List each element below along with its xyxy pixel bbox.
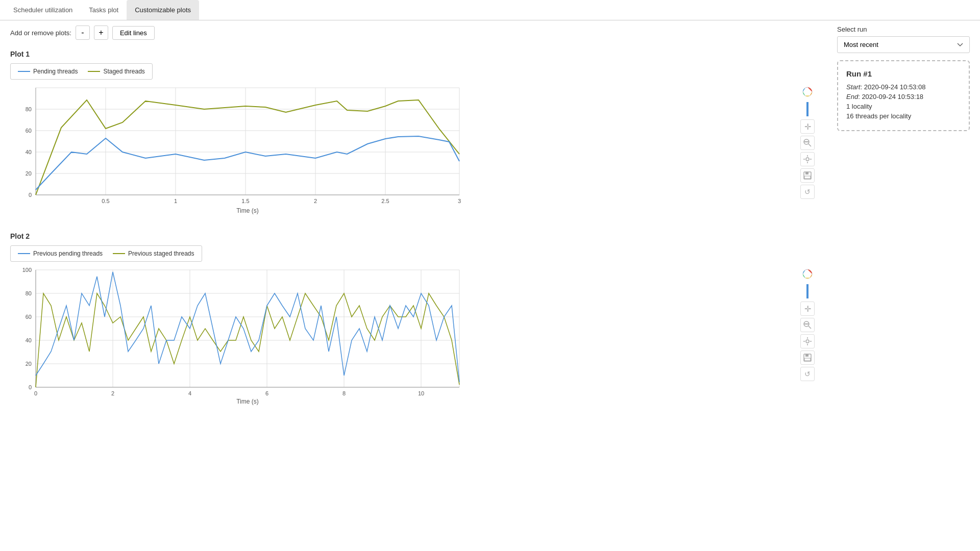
svg-rect-78 [805, 354, 808, 357]
select-run-dropdown[interactable]: Most recent [837, 36, 970, 53]
remove-plot-button[interactable]: - [76, 26, 90, 40]
svg-text:0.5: 0.5 [102, 198, 109, 204]
plot2-pending-label: Previous pending threads [33, 250, 103, 257]
svg-text:80: 80 [26, 290, 32, 296]
plot2-section: Plot 2 Previous pending threads Previous… [10, 232, 817, 409]
svg-text:2: 2 [314, 198, 317, 204]
plot1-tools-icon[interactable] [800, 152, 815, 166]
run-start-label: Start [846, 83, 860, 91]
tab-bar: Scheduler utilization Tasks plot Customi… [0, 0, 980, 20]
svg-point-27 [805, 90, 810, 94]
run-end-value: 2020-09-24 10:53:18 [862, 93, 923, 101]
plot1-save-icon[interactable] [800, 168, 815, 183]
svg-rect-38 [804, 176, 811, 179]
plot1-staged-label: Staged threads [103, 68, 144, 75]
plot2-reset-icon[interactable]: ↺ [800, 367, 815, 381]
plot1-legend: Pending threads Staged threads [10, 63, 153, 80]
plot2-pan-icon[interactable]: ✛ [800, 302, 815, 316]
plot1-title: Plot 1 [10, 50, 817, 58]
svg-text:0: 0 [29, 384, 32, 390]
svg-text:60: 60 [26, 128, 32, 134]
svg-text:20: 20 [26, 170, 32, 177]
svg-line-70 [808, 326, 811, 329]
plot1-svg: .grid-line { stroke: #ddd; stroke-width:… [10, 83, 464, 215]
run-start: Start: 2020-09-24 10:53:08 [846, 83, 961, 91]
svg-text:80: 80 [26, 106, 32, 112]
svg-text:0: 0 [34, 390, 37, 396]
plot1-legend-item-staged: Staged threads [88, 68, 144, 75]
svg-rect-71 [804, 323, 808, 324]
svg-point-72 [806, 340, 809, 343]
svg-text:100: 100 [22, 267, 32, 273]
svg-text:1.5: 1.5 [241, 198, 249, 204]
plot1-pending-line-color [18, 71, 30, 72]
plot1-reset-icon[interactable]: ↺ [800, 185, 815, 199]
plot1-pending-polyline [36, 136, 459, 190]
select-run-label: Select run [837, 26, 970, 33]
svg-point-31 [806, 158, 809, 161]
plot1-colorwheel-icon[interactable] [800, 85, 815, 99]
plot1-svg-wrapper: .grid-line { stroke: #ddd; stroke-width:… [10, 83, 798, 217]
plot1-zoom-icon[interactable] [800, 136, 815, 150]
run-locality: 1 locality [846, 103, 961, 110]
svg-rect-30 [804, 141, 808, 142]
right-panel: Select run Most recent Run #1 Start: 202… [827, 20, 980, 430]
plot2-legend-item-pending: Previous pending threads [18, 250, 103, 257]
svg-text:20: 20 [26, 361, 32, 367]
svg-text:2: 2 [111, 390, 114, 396]
svg-text:3: 3 [458, 198, 461, 204]
svg-text:40: 40 [26, 337, 32, 343]
run-start-value: 2020-09-24 10:53:08 [864, 83, 926, 91]
plot1-pan-icon[interactable]: ✛ [800, 119, 815, 134]
plot2-chart-area: .grid-line { stroke: #ddd; stroke-width:… [10, 265, 817, 409]
plot2-colorwheel-icon[interactable] [800, 267, 815, 281]
run-threads: 16 threads per locality [846, 112, 961, 120]
plot1-staged-polyline [36, 100, 459, 195]
plot2-save-icon[interactable] [800, 350, 815, 365]
svg-rect-79 [804, 358, 811, 361]
plot2-svg-wrapper: .grid-line { stroke: #ddd; stroke-width:… [10, 265, 798, 409]
svg-text:60: 60 [26, 314, 32, 320]
plot2-tools: ✛ [798, 265, 817, 409]
edit-lines-button[interactable]: Edit lines [112, 26, 155, 40]
svg-text:0: 0 [29, 192, 32, 198]
tab-scheduler-utilization[interactable]: Scheduler utilization [5, 0, 81, 20]
plot2-tools-icon[interactable] [800, 334, 815, 348]
plot2-legend-item-staged: Previous staged threads [113, 250, 194, 257]
plot1-blue-bar [806, 102, 808, 116]
run-info-box: Run #1 Start: 2020-09-24 10:53:08 End: 2… [837, 60, 970, 131]
svg-text:Time (s): Time (s) [236, 398, 259, 405]
plot2-staged-label: Previous staged threads [128, 250, 194, 257]
tab-tasks-plot[interactable]: Tasks plot [81, 0, 127, 20]
run-title: Run #1 [846, 69, 961, 78]
svg-point-68 [805, 272, 810, 276]
plot2-svg: .grid-line { stroke: #ddd; stroke-width:… [10, 265, 464, 408]
run-end-label: End [846, 93, 858, 101]
svg-text:6: 6 [265, 390, 268, 396]
plot1-tools: ✛ [798, 83, 817, 217]
plot2-pending-line-color [18, 253, 30, 254]
plot1-staged-line-color [88, 71, 100, 72]
plot1-legend-item-pending: Pending threads [18, 68, 78, 75]
add-remove-toolbar: Add or remove plots: - + Edit lines [10, 26, 817, 40]
svg-text:2.5: 2.5 [381, 198, 389, 204]
svg-text:Time (s): Time (s) [236, 207, 259, 214]
plot1-chart-area: .grid-line { stroke: #ddd; stroke-width:… [10, 83, 817, 217]
plot2-pending-polyline [36, 272, 459, 382]
add-plot-button[interactable]: + [94, 26, 108, 40]
run-end: End: 2020-09-24 10:53:18 [846, 93, 961, 101]
plot2-staged-line-color [113, 253, 125, 254]
plot1-section: Plot 1 Pending threads Staged threads [10, 50, 817, 217]
svg-line-29 [808, 144, 811, 146]
svg-text:10: 10 [418, 390, 424, 396]
plot2-zoom-icon[interactable] [800, 318, 815, 332]
tab-customizable-plots[interactable]: Customizable plots [127, 0, 199, 20]
plot2-legend: Previous pending threads Previous staged… [10, 245, 202, 262]
svg-text:4: 4 [188, 390, 191, 396]
svg-text:8: 8 [342, 390, 346, 396]
svg-text:1: 1 [174, 198, 177, 204]
svg-text:40: 40 [26, 149, 32, 155]
plot2-blue-bar [806, 284, 808, 298]
plot1-pending-label: Pending threads [33, 68, 78, 75]
svg-rect-37 [805, 172, 808, 174]
